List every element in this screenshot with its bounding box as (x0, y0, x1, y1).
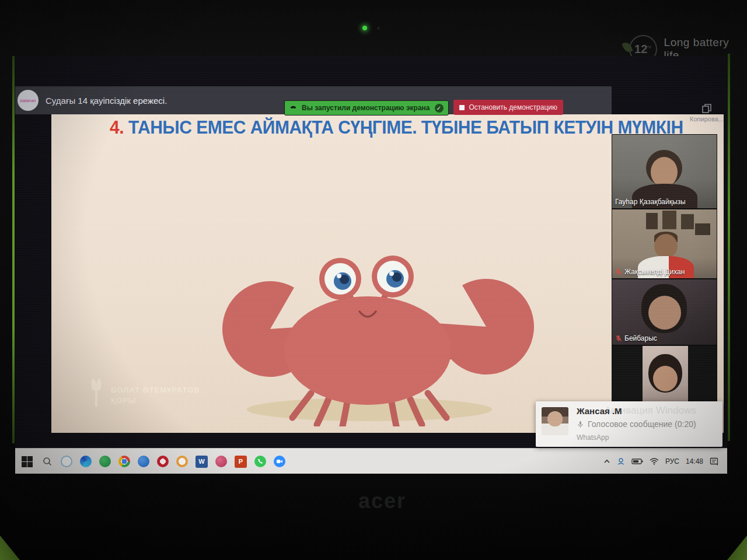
tray-action-center[interactable] (710, 457, 719, 466)
foundation-line1: БОЛАТ ӨТЕМҰРАТОВ (111, 385, 200, 396)
stop-share-button[interactable]: Остановить демонстрацию (453, 100, 563, 115)
tray-wifi[interactable] (650, 458, 659, 465)
word-icon[interactable]: W (196, 456, 208, 468)
participant-3-name: Бейбарыс (624, 334, 657, 342)
wifi-icon (650, 458, 659, 465)
participant-3-face (648, 296, 681, 330)
acer-logo: acer (336, 489, 429, 513)
green-app-icon[interactable] (99, 456, 111, 467)
word-glyph: W (198, 458, 204, 465)
orange-app-icon[interactable] (176, 456, 188, 467)
powerpoint-glyph: P (239, 458, 243, 465)
chrome-icon[interactable] (118, 456, 130, 467)
whatsapp-phone-glyph (257, 458, 264, 465)
copy-tool-label: Копирова... (686, 116, 727, 123)
sticker-number-unit: hr (647, 44, 651, 50)
phone-icon (289, 104, 297, 112)
system-tray: РУС 14:48 (603, 457, 727, 466)
participant-4-face (653, 366, 678, 391)
stop-share-label: Остановить демонстрацию (469, 103, 557, 111)
whatsapp-notification[interactable]: Активация Windows Жансая .М Голосовое со… (536, 401, 722, 447)
search-icon (42, 456, 53, 467)
copy-tool-button[interactable]: Копирова... (686, 103, 727, 123)
participant-video-1[interactable]: Гауһар Қазақбайқызы (612, 134, 717, 209)
laptop-screen: balaman Судағы 14 қауіпсіздік ережесі. 4… (15, 56, 727, 474)
laptop-green-trim-right (728, 54, 730, 441)
stop-icon (459, 105, 465, 110)
windows-taskbar: W P (15, 448, 727, 474)
participant-name-label: Бейбарыс (615, 334, 657, 342)
notification-sender: Жансая .М (577, 406, 622, 416)
participant-name-label: Гауһар Қазақбайқызы (615, 198, 686, 206)
participant-1-face (651, 157, 678, 187)
tray-clock[interactable]: 14:48 (686, 457, 703, 466)
start-button[interactable] (21, 456, 33, 468)
notification-app-name: WhatsApp (577, 433, 609, 442)
powerpoint-icon[interactable]: P (235, 456, 247, 468)
copy-icon (701, 103, 713, 114)
balaman-logo-text: balaman (20, 99, 36, 103)
participant-2-silhouette (654, 234, 678, 258)
edge-browser-icon[interactable] (80, 456, 92, 467)
people-icon (617, 457, 625, 466)
participant-2-name: Жақсыкелді Дихан (624, 268, 685, 276)
voice-message-icon (577, 421, 584, 428)
slide-title-text: ТАНЫС ЕМЕС АЙМАҚТА СҮҢГІМЕ. ТҮБІНЕ БАТЫП… (128, 117, 683, 138)
action-center-icon (710, 457, 719, 466)
foundation-name: БОЛАТ ӨТЕМҰРАТОВ ҚОРЫ (111, 385, 200, 405)
blue-app-icon[interactable] (138, 456, 149, 467)
muted-mic-icon (615, 335, 622, 342)
tray-battery[interactable] (631, 458, 643, 465)
notification-message: Голосовое сообщение (0:20) (577, 419, 696, 429)
notification-message-text: Голосовое сообщение (0:20) (588, 419, 696, 429)
sticker-number: 12 (634, 43, 647, 56)
meeting-title: Судағы 14 қауіпсіздік ережесі. (46, 96, 167, 106)
participant-name-label: Жақсыкелді Дихан (615, 268, 685, 276)
participant-video-2[interactable]: Жақсыкелді Дихан (612, 209, 717, 279)
cortana-icon[interactable] (61, 456, 72, 467)
laptop-green-trim-left (12, 56, 15, 443)
foundation-line2: ҚОРЫ (111, 396, 200, 406)
participants-panel: Гауһар Қазақбайқызы Жақсыкелді Дихан (612, 134, 717, 415)
red-app-icon[interactable] (157, 456, 169, 467)
tray-language[interactable]: РУС (665, 457, 679, 466)
webcam-led (362, 26, 367, 30)
search-button[interactable] (41, 456, 53, 468)
zoom-app-icon[interactable] (274, 456, 285, 467)
chevron-up-icon (603, 458, 610, 465)
screenshare-banner-text: Вы запустили демонстрацию экрана (302, 104, 430, 112)
camera-glyph (276, 458, 283, 465)
webcam-lens (377, 27, 380, 30)
tray-chevron[interactable] (603, 458, 610, 465)
tray-people-icon[interactable] (617, 457, 625, 466)
participant-video-3[interactable]: Бейбарыс (612, 279, 717, 345)
crab-illustration (221, 249, 536, 426)
screenshare-status-pill[interactable]: Вы запустили демонстрацию экрана ✓ (284, 100, 449, 116)
participant-1-name: Гауһар Қазақбайқызы (615, 198, 686, 206)
tulip-icon (86, 377, 106, 410)
balaman-logo: balaman (18, 90, 39, 111)
pink-app-icon[interactable] (215, 456, 227, 467)
battery-icon (631, 458, 643, 465)
whatsapp-icon[interactable] (254, 456, 266, 467)
taskbar-icons: W P (15, 456, 285, 468)
windows-logo-icon (22, 456, 33, 467)
foundation-watermark: БОЛАТ ӨТЕМҰРАТОВ ҚОРЫ (86, 377, 200, 410)
slide-number: 4. (110, 117, 124, 138)
notification-avatar (542, 407, 568, 435)
screenshare-banner: Вы запустили демонстрацию экрана ✓ Остан… (284, 100, 563, 114)
muted-mic-icon (615, 268, 622, 275)
shield-check-icon: ✓ (435, 104, 444, 113)
